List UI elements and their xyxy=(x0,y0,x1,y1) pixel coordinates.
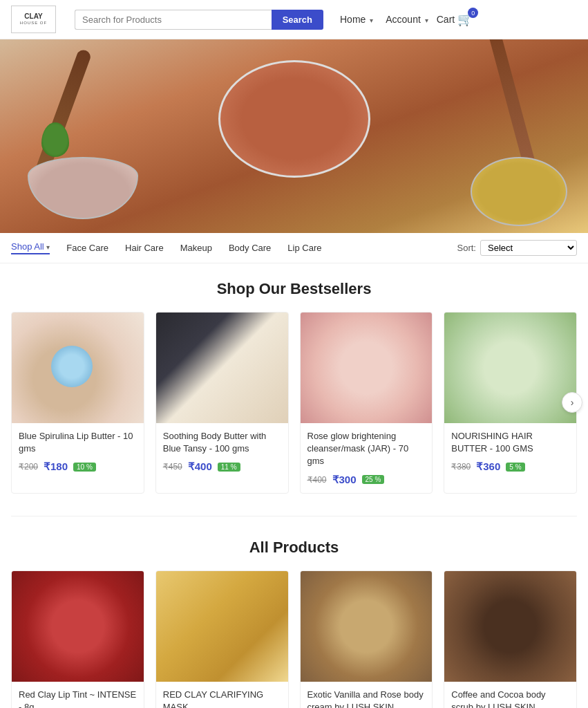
sale-price: ₹400 xyxy=(188,460,212,473)
product-card[interactable]: Blue Spirulina Lip Butter - 10 gms₹200₹1… xyxy=(11,312,144,494)
logo-text-sub: HOUSE OF xyxy=(20,21,47,26)
discount-badge: 10 % xyxy=(73,463,96,472)
discount-badge: 5 % xyxy=(506,463,524,472)
bestsellers-carousel: Blue Spirulina Lip Butter - 10 gms₹200₹1… xyxy=(11,312,577,494)
bestsellers-section: Shop Our Bestsellers Blue Spirulina Lip … xyxy=(0,263,588,510)
filter-body-care[interactable]: Body Care xyxy=(229,243,271,253)
sort-select[interactable]: Select Price: Low to High Price: High to… xyxy=(480,240,577,256)
product-card[interactable]: RED CLAY CLARIFYING MASK₹250 xyxy=(155,570,289,708)
product-card[interactable]: Soothing Body Butter with Blue Tansy - 1… xyxy=(155,312,289,494)
product-image xyxy=(156,571,288,682)
main-header: CLAY HOUSE OF Search Home ▾ Account ▾ Ca… xyxy=(0,0,588,39)
sale-price: ₹180 xyxy=(44,460,68,473)
search-input[interactable] xyxy=(75,10,272,30)
account-chevron-icon: ▾ xyxy=(425,17,428,24)
filter-shop-all[interactable]: Shop All ▾ xyxy=(11,241,50,254)
filter-makeup[interactable]: Makeup xyxy=(180,243,212,253)
shop-all-chevron-icon: ▾ xyxy=(46,243,50,251)
nav-home[interactable]: Home ▾ xyxy=(340,14,373,25)
product-name: Coffee and Cocoa body scrub by LUSH SKIN… xyxy=(451,689,569,708)
original-price: ₹200 xyxy=(19,462,38,472)
product-name: Blue Spirulina Lip Butter - 10 gms xyxy=(19,430,137,455)
product-card[interactable]: Exotic Vanilla and Rose body cream by LU… xyxy=(300,570,433,708)
product-image xyxy=(301,313,433,423)
discount-badge: 25 % xyxy=(362,475,385,484)
search-button[interactable]: Search xyxy=(272,10,323,30)
product-name: Soothing Body Butter with Blue Tansy - 1… xyxy=(163,430,281,455)
product-name: Red Clay Lip Tint ~ INTENSE - 8g xyxy=(19,689,137,708)
logo: CLAY HOUSE OF xyxy=(11,6,56,33)
filter-hair-care[interactable]: Hair Care xyxy=(125,243,164,253)
bowl-left-decor xyxy=(28,157,138,219)
product-card[interactable]: Coffee and Cocoa body scrub by LUSH SKIN… xyxy=(444,570,577,708)
filter-bar: Shop All ▾ Face Care Hair Care Makeup Bo… xyxy=(0,233,588,263)
product-card[interactable]: Red Clay Lip Tint ~ INTENSE - 8g₹250 xyxy=(11,570,144,708)
carousel-next-button[interactable]: › xyxy=(562,392,582,413)
product-image xyxy=(12,571,144,682)
all-products-title: All Products xyxy=(11,539,577,557)
all-products-section: All Products Red Clay Lip Tint ~ INTENSE… xyxy=(0,522,588,708)
hero-banner xyxy=(0,39,588,233)
product-card[interactable]: NOURISHING HAIR BUTTER - 100 GMS₹380₹360… xyxy=(444,312,577,494)
cart-area[interactable]: Cart 🛒 0 xyxy=(437,12,473,27)
sort-area: Sort: Select Price: Low to High Price: H… xyxy=(457,240,577,256)
product-name: Rose glow brightening cleanser/mask (JAR… xyxy=(307,430,426,468)
bowl-right-decor xyxy=(471,157,567,226)
sale-price: ₹360 xyxy=(476,460,500,473)
product-name: RED CLAY CLARIFYING MASK xyxy=(163,689,281,708)
filter-face-care[interactable]: Face Care xyxy=(66,243,108,253)
product-name: NOURISHING HAIR BUTTER - 100 GMS xyxy=(451,430,569,455)
hero-image xyxy=(0,39,588,233)
discount-badge: 11 % xyxy=(218,463,240,472)
original-price: ₹450 xyxy=(163,462,182,472)
bestsellers-title: Shop Our Bestsellers xyxy=(11,280,577,298)
logo-area[interactable]: CLAY HOUSE OF xyxy=(11,6,66,33)
product-image xyxy=(444,313,576,423)
spoon-right-decor xyxy=(487,39,538,177)
sale-price: ₹300 xyxy=(332,474,357,486)
nav-account[interactable]: Account ▾ xyxy=(386,14,428,25)
original-price: ₹380 xyxy=(451,462,471,472)
home-chevron-icon: ▾ xyxy=(370,17,373,24)
product-image xyxy=(301,571,433,682)
logo-text-main: CLAY xyxy=(24,12,42,21)
cart-count-badge: 0 xyxy=(468,8,478,18)
sort-label: Sort: xyxy=(457,243,476,253)
cart-label: Cart xyxy=(437,14,455,25)
product-card[interactable]: Rose glow brightening cleanser/mask (JAR… xyxy=(300,312,433,494)
product-name: Exotic Vanilla and Rose body cream by LU… xyxy=(307,689,426,708)
product-image xyxy=(156,313,288,423)
cart-icon-wrap: 🛒 0 xyxy=(457,12,473,27)
product-image xyxy=(444,571,576,682)
product-image xyxy=(12,313,144,423)
bowl-center-decor xyxy=(218,60,370,178)
main-nav: Home ▾ Account ▾ xyxy=(340,14,428,25)
filter-lip-care[interactable]: Lip Care xyxy=(287,243,321,253)
original-price: ₹400 xyxy=(307,475,327,485)
search-area: Search xyxy=(75,10,323,30)
section-divider xyxy=(11,516,577,516)
